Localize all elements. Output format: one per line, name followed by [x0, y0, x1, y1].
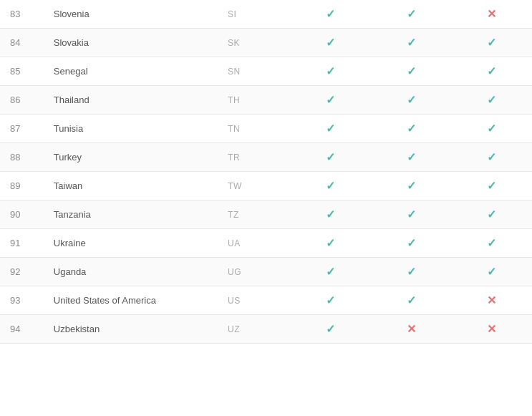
country-code: SI [218, 0, 290, 29]
table-row: 88 Turkey TR ✓ ✓ ✓ [0, 143, 532, 172]
country-name: Taiwan [44, 172, 218, 200]
check-icon: ✓ [326, 323, 335, 335]
check-icon: ✓ [487, 65, 496, 77]
country-code: TZ [218, 200, 290, 229]
country-code: TR [218, 143, 290, 172]
check-icon: ✓ [407, 266, 416, 278]
row-number: 93 [0, 286, 44, 315]
cross-icon: ✕ [487, 323, 496, 335]
country-name: United States of America [44, 286, 218, 315]
check-icon: ✓ [407, 151, 416, 163]
country-name: Slovakia [44, 29, 218, 57]
check-icon: ✓ [407, 208, 416, 221]
check-icon: ✓ [326, 8, 335, 20]
table-row: 91 Ukraine UA ✓ ✓ ✓ [0, 229, 532, 258]
col2-check: ✓ [371, 286, 452, 315]
country-code: UZ [218, 315, 290, 344]
col1-check: ✓ [290, 115, 371, 143]
col1-check: ✓ [290, 143, 371, 172]
country-code: TW [218, 172, 290, 200]
col3-check: ✓ [451, 57, 532, 86]
table-row: 87 Tunisia TN ✓ ✓ ✓ [0, 115, 532, 143]
row-number: 86 [0, 86, 44, 115]
check-icon: ✓ [407, 94, 416, 106]
col1-check: ✓ [290, 258, 371, 286]
col2-check: ✓ [371, 29, 452, 57]
col1-check: ✓ [290, 315, 371, 344]
col3-check: ✕ [451, 286, 532, 315]
col1-check: ✓ [290, 200, 371, 229]
table-row: 90 Tanzania TZ ✓ ✓ ✓ [0, 200, 532, 229]
col3-check: ✓ [451, 258, 532, 286]
table-row: 92 Uganda UG ✓ ✓ ✓ [0, 258, 532, 286]
country-code: SN [218, 57, 290, 86]
col1-check: ✓ [290, 86, 371, 115]
check-icon: ✓ [326, 180, 335, 192]
col1-check: ✓ [290, 229, 371, 258]
check-icon: ✓ [407, 37, 416, 49]
col3-check: ✓ [451, 229, 532, 258]
country-name: Slovenia [44, 0, 218, 29]
table-row: 84 Slovakia SK ✓ ✓ ✓ [0, 29, 532, 57]
col2-check: ✓ [371, 200, 452, 229]
col1-check: ✓ [290, 286, 371, 315]
country-code: TN [218, 115, 290, 143]
col3-check: ✓ [451, 86, 532, 115]
col3-check: ✓ [451, 115, 532, 143]
check-icon: ✓ [407, 65, 416, 77]
col2-check: ✓ [371, 0, 452, 29]
row-number: 88 [0, 143, 44, 172]
check-icon: ✓ [487, 237, 496, 249]
country-code: UG [218, 258, 290, 286]
check-icon: ✓ [326, 65, 335, 77]
check-icon: ✓ [487, 37, 496, 49]
row-number: 94 [0, 315, 44, 344]
table-row: 93 United States of America US ✓ ✓ ✕ [0, 286, 532, 315]
country-name: Tanzania [44, 200, 218, 229]
country-name: Ukraine [44, 229, 218, 258]
check-icon: ✓ [487, 94, 496, 106]
row-number: 85 [0, 57, 44, 86]
row-number: 89 [0, 172, 44, 200]
row-number: 91 [0, 229, 44, 258]
col2-check: ✓ [371, 57, 452, 86]
check-icon: ✓ [407, 237, 416, 249]
col3-check: ✓ [451, 29, 532, 57]
table-row: 85 Senegal SN ✓ ✓ ✓ [0, 57, 532, 86]
col1-check: ✓ [290, 172, 371, 200]
country-code: TH [218, 86, 290, 115]
check-icon: ✓ [407, 122, 416, 135]
check-icon: ✓ [326, 237, 335, 249]
check-icon: ✓ [326, 266, 335, 278]
country-name: Tunisia [44, 115, 218, 143]
check-icon: ✓ [326, 94, 335, 106]
row-number: 87 [0, 115, 44, 143]
cross-icon: ✕ [487, 8, 496, 20]
check-icon: ✓ [326, 294, 335, 306]
cross-icon: ✕ [487, 294, 496, 306]
country-name: Uzbekistan [44, 315, 218, 344]
col2-check: ✓ [371, 115, 452, 143]
col1-check: ✓ [290, 29, 371, 57]
col2-check: ✓ [371, 229, 452, 258]
col2-check: ✓ [371, 86, 452, 115]
country-code: UA [218, 229, 290, 258]
country-name: Uganda [44, 258, 218, 286]
country-table: 83 Slovenia SI ✓ ✓ ✕ 84 Slovakia SK ✓ ✓ … [0, 0, 532, 344]
check-icon: ✓ [487, 208, 496, 221]
col2-check: ✓ [371, 258, 452, 286]
check-icon: ✓ [407, 294, 416, 306]
col2-check: ✓ [371, 143, 452, 172]
col3-check: ✓ [451, 172, 532, 200]
table-row: 89 Taiwan TW ✓ ✓ ✓ [0, 172, 532, 200]
check-icon: ✓ [407, 8, 416, 20]
col3-check: ✓ [451, 143, 532, 172]
check-icon: ✓ [407, 180, 416, 192]
country-code: SK [218, 29, 290, 57]
country-name: Turkey [44, 143, 218, 172]
check-icon: ✓ [326, 37, 335, 49]
check-icon: ✓ [487, 266, 496, 278]
country-name: Senegal [44, 57, 218, 86]
col3-check: ✓ [451, 200, 532, 229]
check-icon: ✓ [487, 180, 496, 192]
